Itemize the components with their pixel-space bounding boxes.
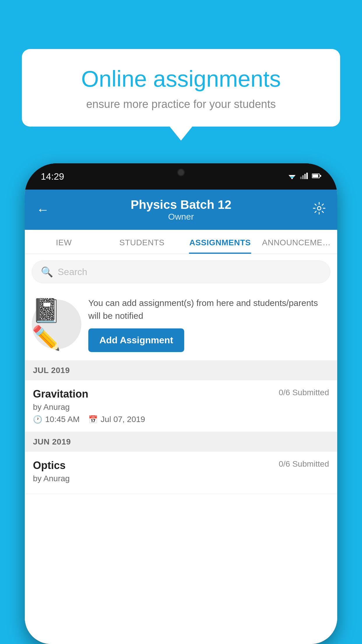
assignment-row1-optics: Optics 0/6 Submitted [33,459,329,472]
tab-announcements[interactable]: ANNOUNCEMENTS [259,230,337,254]
phone-camera [177,169,185,176]
promo-icon-circle: 📓✏️ [32,300,81,349]
assignment-title-gravitation: Gravitation [33,388,88,400]
assignment-date-gravitation: 📅 Jul 07, 2019 [88,415,145,424]
wifi-icon [287,173,297,180]
assignment-time-value-gravitation: 10:45 AM [45,415,80,424]
svg-rect-9 [312,174,318,177]
section-jul-2019: JUL 2019 [25,360,337,380]
battery-icon [312,173,321,180]
assignment-submitted-optics: 0/6 Submitted [279,459,329,469]
svg-point-11 [317,206,321,210]
phone-time: 14:29 [41,171,64,182]
promo-description: You can add assignment(s) from here and … [88,297,330,322]
assignment-date-value-gravitation: Jul 07, 2019 [101,415,145,424]
tab-students[interactable]: STUDENTS [103,230,181,254]
add-assignment-button[interactable]: Add Assignment [88,328,184,352]
section-jun-2019: JUN 2019 [25,432,337,452]
tab-assignments[interactable]: ASSIGNMENTS [181,230,259,254]
status-bar: 14:29 [25,163,337,190]
settings-button[interactable] [313,202,326,218]
phone-frame: 14:29 [25,163,337,644]
header-title-block: Physics Batch 12 Owner [49,198,313,222]
notebook-icon: 📓✏️ [32,297,81,352]
phone-notch [155,163,207,181]
app-screen: ← Physics Batch 12 Owner IEW STUDENTS AS… [25,190,337,644]
assignment-meta-gravitation: 🕐 10:45 AM 📅 Jul 07, 2019 [33,415,329,424]
search-placeholder: Search [58,267,87,277]
assignment-author-optics: by Anurag [33,474,329,483]
assignment-title-optics: Optics [33,459,66,472]
search-icon: 🔍 [41,266,53,278]
assignment-row1: Gravitation 0/6 Submitted [33,388,329,400]
assignment-gravitation[interactable]: Gravitation 0/6 Submitted by Anurag 🕐 10… [25,380,337,432]
assignment-author-gravitation: by Anurag [33,402,329,412]
tab-iew[interactable]: IEW [25,230,103,254]
search-bar[interactable]: 🔍 Search [32,260,330,283]
info-card: Online assignments ensure more practice … [22,49,340,127]
app-header: ← Physics Batch 12 Owner [25,190,337,230]
info-card-title: Online assignments [42,66,320,92]
phone-status-icons [287,173,321,180]
assignment-optics[interactable]: Optics 0/6 Submitted by Anurag [25,452,337,494]
svg-rect-7 [306,173,308,179]
signal-icon [300,173,308,180]
batch-title: Physics Batch 12 [49,198,313,212]
search-bar-wrapper: 🔍 Search [25,254,337,290]
back-button[interactable]: ← [36,202,49,217]
calendar-icon: 📅 [88,415,98,424]
promo-block: 📓✏️ You can add assignment(s) from here … [25,290,337,360]
info-card-subtitle: ensure more practice for your students [42,98,320,111]
content-area: 🔍 Search 📓✏️ You can add assignment(s) f… [25,254,337,644]
svg-rect-5 [302,175,304,179]
svg-rect-4 [300,177,302,179]
promo-text-area: You can add assignment(s) from here and … [88,297,330,352]
svg-rect-10 [320,175,321,177]
batch-subtitle: Owner [49,212,313,222]
assignment-submitted-gravitation: 0/6 Submitted [279,388,329,397]
assignment-time-gravitation: 🕐 10:45 AM [33,415,80,424]
svg-rect-6 [304,174,306,179]
tabs-bar: IEW STUDENTS ASSIGNMENTS ANNOUNCEMENTS [25,230,337,254]
clock-icon: 🕐 [33,415,42,424]
